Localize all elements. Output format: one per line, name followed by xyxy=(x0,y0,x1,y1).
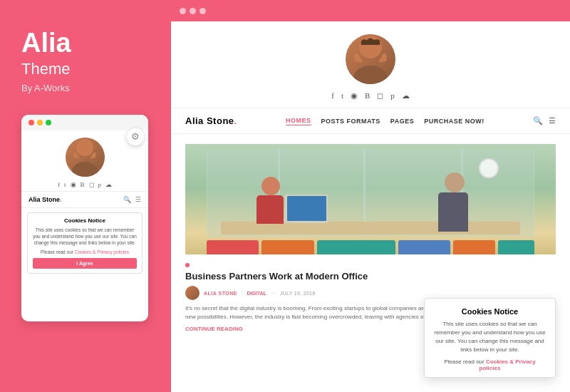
nav-homes[interactable]: HOMES xyxy=(286,117,311,125)
behance-icon-mobile: B xyxy=(81,181,85,188)
svg-point-0 xyxy=(76,139,93,156)
brand-by: By A-Works xyxy=(21,83,70,93)
nav-pages[interactable]: PAGES xyxy=(390,118,414,125)
post-author-name: ALIA STONE xyxy=(204,291,237,296)
instagram-icon-desktop[interactable]: ◻ xyxy=(377,91,383,100)
nav-links: HOMES POSTS FORMATS PAGES PURCHASE NOW! xyxy=(286,117,484,125)
mobile-preview: f t ◉ B ◻ p ☁ Alia Stone. 🔍 ☰ Cookies No… xyxy=(21,115,148,321)
facebook-icon-desktop[interactable]: f xyxy=(331,91,334,100)
desktop-social-icons: f t ◉ B ◻ p ☁ xyxy=(331,91,410,100)
post-date: JULY 19, 2018 xyxy=(280,291,316,296)
dot-red xyxy=(28,120,34,125)
browser-bar xyxy=(171,0,570,21)
hero-person-1 xyxy=(256,177,285,223)
mobile-cookie-agree-button[interactable]: I Agree xyxy=(33,258,137,269)
gear-button[interactable]: ⚙ xyxy=(127,128,144,145)
brand-subtitle: Theme xyxy=(21,60,70,78)
site-header: f t ◉ B ◻ p ☁ Alia Stone. HOMES POSTS FO… xyxy=(171,21,570,134)
nav-icons: 🔍 ☰ xyxy=(533,116,556,125)
behance-icon-desktop[interactable]: B xyxy=(365,91,370,100)
desktop-cookie-link[interactable]: Cookies & Privacy policies xyxy=(480,359,536,371)
mobile-nav-icons: 🔍 ☰ xyxy=(123,196,141,203)
post-title: Business Partners Work at Modern Office xyxy=(185,271,556,282)
laptop-prop xyxy=(285,195,328,223)
instagram-icon-mobile: ◻ xyxy=(89,181,94,188)
browser-dot-3 xyxy=(200,8,206,14)
mobile-social-icons: f t ◉ B ◻ p ☁ xyxy=(51,181,119,188)
soundcloud-icon-mobile: ☁ xyxy=(105,181,112,188)
mobile-avatar xyxy=(66,138,105,177)
nav-purchase[interactable]: PURCHASE NOW! xyxy=(424,118,484,125)
desktop-cookie-overlay: Cookies Notice This site uses cookies so… xyxy=(424,298,556,378)
mobile-nav: Alia Stone. 🔍 ☰ xyxy=(21,191,148,208)
desktop-site-name: Alia Stone. xyxy=(185,115,237,126)
menu-icon-desktop[interactable]: ☰ xyxy=(549,116,556,125)
nav-posts-formats[interactable]: POSTS FORMATS xyxy=(321,118,380,125)
right-panel: f t ◉ B ◻ p ☁ Alia Stone. HOMES POSTS FO… xyxy=(171,0,570,392)
hero-person-2 xyxy=(438,172,470,233)
twitter-icon-mobile: t xyxy=(64,181,66,188)
menu-icon-mobile[interactable]: ☰ xyxy=(135,196,141,203)
twitter-icon-desktop[interactable]: t xyxy=(341,91,343,100)
clock-icon xyxy=(479,158,499,178)
post-tags: DIGITAL xyxy=(247,291,266,296)
post-dot xyxy=(185,263,190,267)
mobile-cookie-title: Cookies Notice xyxy=(33,217,137,224)
mobile-cookie-link[interactable]: Cookies & Privacy policies xyxy=(75,249,129,254)
mobile-cookie-text: This site uses cookies so that we can re… xyxy=(33,227,137,246)
desktop-cookie-title: Cookies Notice xyxy=(433,307,546,316)
svg-point-3 xyxy=(353,66,388,84)
soundcloud-icon-desktop[interactable]: ☁ xyxy=(402,91,410,100)
cushions xyxy=(207,234,534,254)
browser-dot-1 xyxy=(180,8,186,14)
hero-image xyxy=(185,144,556,254)
post-author-avatar xyxy=(185,286,200,300)
browser-dots-mobile xyxy=(21,115,148,130)
svg-point-1 xyxy=(72,162,98,177)
mobile-cookie-notice: Cookies Notice This site uses cookies so… xyxy=(27,212,142,274)
desktop-cookie-text: This site uses cookies so that we can re… xyxy=(433,320,546,354)
pinterest-icon-desktop[interactable]: p xyxy=(390,91,395,100)
dot-yellow xyxy=(37,120,43,125)
left-panel: Alia Theme By A-Works f t ◉ xyxy=(0,0,171,392)
search-icon-mobile[interactable]: 🔍 xyxy=(123,196,131,203)
desktop-cookie-link-line: Please read our Cookies & Privacy polici… xyxy=(433,359,546,371)
browser-dot-2 xyxy=(190,8,196,14)
mobile-cookie-link-line: Please read our Cookies & Privacy polici… xyxy=(33,249,137,254)
dribbble-icon-mobile: ◉ xyxy=(71,181,76,188)
dot-green xyxy=(46,120,51,125)
dribbble-icon-desktop[interactable]: ◉ xyxy=(351,91,358,100)
site-nav-bar: Alia Stone. HOMES POSTS FORMATS PAGES PU… xyxy=(171,108,570,133)
search-icon-desktop[interactable]: 🔍 xyxy=(533,116,543,125)
pinterest-icon-mobile: p xyxy=(98,181,102,188)
brand-title: Alia xyxy=(21,29,71,58)
desktop-avatar xyxy=(346,34,395,84)
mobile-site-name: Alia Stone. xyxy=(28,196,62,203)
facebook-icon-mobile: f xyxy=(58,181,60,188)
hero-scene xyxy=(185,144,556,254)
